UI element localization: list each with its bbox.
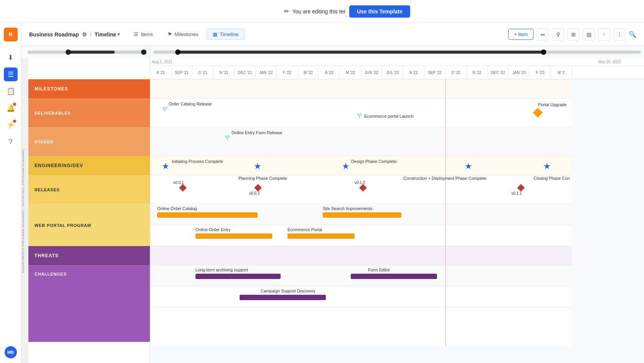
breadcrumb-separator: / xyxy=(90,31,92,38)
bar-site-search xyxy=(323,212,401,218)
logo-icon[interactable]: R xyxy=(4,28,18,41)
month-cell: JAN '23 xyxy=(509,66,530,79)
label-v011: v0.1.1 xyxy=(511,191,522,195)
tab-items[interactable]: ☰ Items xyxy=(127,29,159,40)
label-site-search: Site Search Improvements xyxy=(323,206,373,211)
milestones-section-header-row xyxy=(150,79,572,99)
help-icon[interactable]: ? xyxy=(4,135,18,149)
date-start: Aug 1, 2021 xyxy=(152,60,172,64)
label-online-order-entry: Online Order Entry xyxy=(196,227,231,232)
toolbar-right: + Item ⇔ ⚲ ⊞ ▤ ↑ ⋮ 🔍 xyxy=(508,28,637,41)
order-catalog-label: Order Catalog Release xyxy=(169,102,212,106)
bar-campaign xyxy=(240,295,326,300)
download-icon[interactable]: ⬇ xyxy=(4,51,18,64)
view-name[interactable]: Timeline ▾ xyxy=(95,31,120,38)
clipboard-icon[interactable]: 📋 xyxy=(4,84,18,98)
deliverables-timeline-row: 🏳 Order Catalog Release 🏳 Ecommerce port… xyxy=(150,99,572,127)
month-cell: F '23 xyxy=(530,66,551,79)
closing-label: Closing Phase Con xyxy=(534,176,570,181)
fit-view-button[interactable]: ⇔ xyxy=(537,28,549,41)
engineering-header-timeline-row: ★ Initiating Process Complete ★ ★ Design… xyxy=(150,156,572,175)
bar-online-order-entry xyxy=(196,233,272,239)
star-construction: ★ xyxy=(465,161,472,171)
tab-group: ☰ Items ⚑ Milestones ▦ Timeline xyxy=(127,29,245,40)
main-content: Business Roadmap ⚙ / Timeline ▾ ☰ Items … xyxy=(21,23,644,363)
bar-form-editor xyxy=(351,274,437,279)
label-v010: v0.1.0 xyxy=(355,181,365,185)
label-form-editor: Form Editor xyxy=(368,268,390,272)
month-cell: JAN '22 xyxy=(256,66,277,79)
bar-online-order-catalog xyxy=(157,212,258,218)
construction-label: Construction + Deployment Phase Complete xyxy=(403,176,486,181)
diamond-v011 xyxy=(517,184,525,192)
challenges-row: CHALLENGES xyxy=(28,265,150,342)
more-button[interactable]: ⋮ xyxy=(613,28,626,41)
star-planning: ★ xyxy=(254,161,261,171)
lightning-icon[interactable]: ⚡ xyxy=(4,118,18,132)
star-initiating: ★ xyxy=(162,161,169,171)
label-online-order-catalog: Online Order Catalog xyxy=(157,206,197,211)
timeline-tab-icon: ▦ xyxy=(213,31,217,37)
web-portal-row1: Online Order Catalog Site Search Improve… xyxy=(150,204,572,225)
bar-archiving xyxy=(196,274,281,279)
diamond-v001 xyxy=(179,184,187,192)
stage-design-label: Design Phase Complete xyxy=(351,159,397,164)
releases-row: RELEASES xyxy=(28,175,150,204)
top-bar: ✏ You are editing this template ← Back U… xyxy=(0,0,644,23)
online-entry-label: Online Entry Form Release xyxy=(232,130,283,135)
portal-upgrade-diamond xyxy=(533,108,542,117)
tab-milestones[interactable]: ⚑ Milestones xyxy=(161,29,205,40)
diamond-v002 xyxy=(254,184,262,192)
releases-timeline-row: Planning Phase Complete Construction + D… xyxy=(150,175,572,204)
right-panel[interactable]: Aug 1, 2021 Mar 20, 2023 A '21 SEP '21 O… xyxy=(150,46,644,363)
month-cell: N '21 xyxy=(214,66,235,79)
diamond-v010 xyxy=(359,184,367,192)
month-cell: M '22 xyxy=(340,66,361,79)
toolbar: Business Roadmap ⚙ / Timeline ▾ ☰ Items … xyxy=(21,23,644,46)
timeline-area: DEPARTMENTS (PROGRAM ROADMAP) / INITIATI… xyxy=(21,46,644,363)
label-v001: v0.0.1 xyxy=(173,181,184,185)
left-panel: DEPARTMENTS (PROGRAM ROADMAP) / INITIATI… xyxy=(21,46,150,363)
pencil-icon: ✏ xyxy=(284,8,289,15)
star-design: ★ xyxy=(342,161,350,171)
use-template-button[interactable]: Use this Template xyxy=(349,5,410,18)
view-options-button[interactable]: ⊞ xyxy=(567,28,580,41)
search-icon[interactable]: 🔍 xyxy=(629,31,636,38)
milestones-tab-label: Milestones xyxy=(174,31,198,37)
ecommerce-label: Ecommerce portal Launch xyxy=(364,114,413,118)
menu-icon[interactable]: ☰ xyxy=(4,67,18,81)
items-tab-label: Items xyxy=(141,31,153,37)
month-cell: DEC '22 xyxy=(488,66,509,79)
stage-initiating-label: Initiating Process Complete xyxy=(172,159,223,164)
month-cell: SEP '22 xyxy=(424,66,445,79)
month-cell: DEC '21 xyxy=(235,66,256,79)
month-cell: O '21 xyxy=(192,66,214,79)
project-name[interactable]: Business Roadmap xyxy=(29,31,79,38)
month-cell: O '22 xyxy=(445,66,467,79)
filter-button[interactable]: ⚲ xyxy=(552,28,564,41)
add-item-button[interactable]: + Item xyxy=(508,29,534,40)
milestones-tab-icon: ⚑ xyxy=(168,31,172,37)
milestones-header: MILESTONES xyxy=(28,79,150,99)
export-button[interactable]: ↑ xyxy=(598,28,610,41)
stages-timeline-row: 🏳 Online Entry Form Release xyxy=(150,127,572,156)
gear-icon[interactable]: ⚙ xyxy=(82,31,87,38)
bar-ecommerce-portal xyxy=(288,233,355,239)
month-cell: A '22 xyxy=(403,66,424,79)
current-date-line xyxy=(445,79,446,346)
month-cell: A '22 xyxy=(319,66,340,79)
avatar[interactable]: MB xyxy=(5,346,17,358)
month-cell: F '22 xyxy=(277,66,298,79)
timeline-tab-label: Timeline xyxy=(220,31,238,37)
month-cell: M '22 xyxy=(298,66,319,79)
label-v002: v0.0.2 xyxy=(249,191,260,195)
deliverables-row: DELIVERABLES xyxy=(28,99,150,127)
bell-icon[interactable]: 🔔 xyxy=(4,101,18,115)
month-cell: N '22 xyxy=(467,66,488,79)
vertical-label: DEPARTMENTS (PROGRAM ROADMAP) / INITIATI… xyxy=(21,148,25,273)
tab-timeline[interactable]: ▦ Timeline xyxy=(206,29,245,40)
month-cell: A '21 xyxy=(150,66,171,79)
month-row: A '21 SEP '21 O '21 N '21 DEC '21 JAN '2… xyxy=(150,65,644,79)
month-cell: M '2 xyxy=(551,66,572,79)
columns-button[interactable]: ▤ xyxy=(583,28,595,41)
